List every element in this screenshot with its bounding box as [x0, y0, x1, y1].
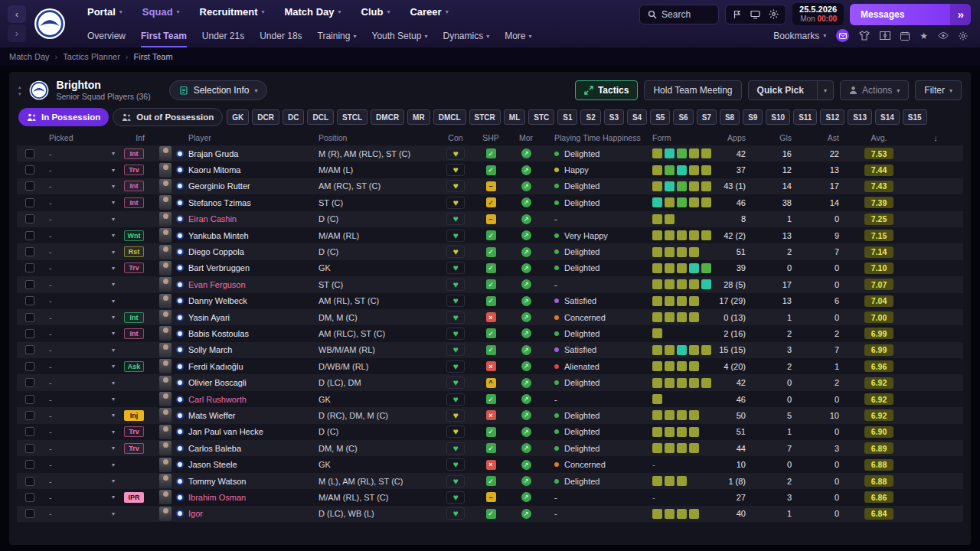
- player-name[interactable]: Stefanos Tzimas: [188, 198, 251, 207]
- player-name[interactable]: Tommy Watson: [188, 477, 246, 486]
- back-button[interactable]: ‹: [8, 5, 26, 23]
- condition-cell[interactable]: ♥: [446, 295, 465, 307]
- player-name[interactable]: Mats Wieffer: [188, 411, 236, 420]
- collapse-toggle[interactable]: ▴▾: [18, 84, 21, 96]
- condition-cell[interactable]: ♥: [446, 360, 465, 373]
- row-checkbox[interactable]: [25, 149, 34, 158]
- player-name[interactable]: Yankuba Minteh: [188, 231, 249, 240]
- picked-dropdown[interactable]: -▾: [43, 181, 122, 191]
- player-name[interactable]: Olivier Boscagli: [188, 378, 247, 387]
- table-row[interactable]: -▾ Wnt Yankuba Minteh M/AM (RL) ♥ ✓ ↗ Ve…: [17, 227, 963, 243]
- picked-dropdown[interactable]: -▾: [43, 149, 122, 158]
- devices-icon[interactable]: [750, 10, 760, 19]
- column-player[interactable]: Player: [158, 133, 318, 142]
- condition-cell[interactable]: ♥: [446, 246, 465, 258]
- picked-dropdown[interactable]: -▾: [43, 313, 122, 322]
- picked-dropdown[interactable]: -▾: [43, 477, 122, 486]
- forward-button[interactable]: ›: [8, 24, 26, 42]
- picked-dropdown[interactable]: -▾: [43, 345, 122, 354]
- player-name[interactable]: Carl Rushworth: [188, 395, 247, 404]
- table-row[interactable]: -▾ Igor D (LC), WB (L) ♥ ✓ ↗ - 40 1 0 6.…: [17, 506, 963, 522]
- condition-cell[interactable]: ♥: [446, 213, 465, 225]
- condition-cell[interactable]: ♥: [446, 475, 465, 487]
- row-checkbox[interactable]: [25, 444, 34, 453]
- row-checkbox[interactable]: [25, 411, 34, 420]
- condition-cell[interactable]: ♥: [446, 458, 465, 471]
- condition-cell[interactable]: ♥: [446, 507, 465, 520]
- column-mor[interactable]: Mor: [508, 133, 544, 142]
- position-chip-stcr[interactable]: STCR: [469, 109, 501, 125]
- breadcrumb-first-team[interactable]: First Team: [134, 52, 173, 61]
- column-form[interactable]: Form: [642, 133, 712, 142]
- condition-cell[interactable]: ♥: [446, 262, 465, 274]
- condition-cell[interactable]: ♥: [446, 328, 465, 340]
- player-name[interactable]: Evan Ferguson: [188, 280, 246, 289]
- row-checkbox[interactable]: [25, 198, 34, 207]
- tactics-button[interactable]: Tactics: [575, 80, 638, 100]
- condition-cell[interactable]: ♥: [446, 491, 465, 504]
- picked-dropdown[interactable]: -▾: [43, 444, 122, 453]
- position-chip-s7[interactable]: S7: [697, 109, 717, 125]
- column-inf[interactable]: Inf: [122, 133, 158, 142]
- menu-match-day[interactable]: Match Day▾: [284, 6, 341, 18]
- row-checkbox[interactable]: [25, 493, 34, 502]
- kit-icon[interactable]: [859, 31, 870, 41]
- position-chip-s4[interactable]: S4: [627, 109, 647, 125]
- calendar-icon[interactable]: [900, 31, 910, 41]
- picked-dropdown[interactable]: -▾: [43, 427, 122, 436]
- picked-dropdown[interactable]: -▾: [43, 296, 122, 305]
- search-input[interactable]: Search: [639, 5, 719, 24]
- menu-club[interactable]: Club▾: [361, 6, 390, 18]
- condition-cell[interactable]: ♥: [446, 311, 465, 324]
- subnav-under-21s[interactable]: Under 21s: [202, 31, 244, 47]
- row-checkbox[interactable]: [25, 214, 34, 223]
- picked-dropdown[interactable]: -▾: [43, 395, 122, 404]
- player-name[interactable]: Ibrahim Osman: [188, 493, 246, 502]
- out-of-possession-tab[interactable]: Out of Possession: [113, 108, 223, 126]
- player-name[interactable]: Igor: [188, 509, 203, 518]
- subnav-training[interactable]: Training▾: [318, 31, 357, 47]
- table-row[interactable]: -▾ Jason Steele GK ♥ × ↗ Concerned - 10 …: [17, 456, 963, 472]
- row-checkbox[interactable]: [25, 296, 34, 305]
- row-checkbox[interactable]: [25, 378, 34, 387]
- table-row[interactable]: -▾ Solly March WB/M/AM (RL) ♥ ✓ ↗ Satisf…: [17, 342, 963, 358]
- subnav-more[interactable]: More▾: [505, 31, 531, 47]
- condition-cell[interactable]: ♥: [446, 197, 465, 209]
- player-name[interactable]: Yasin Ayari: [188, 313, 230, 322]
- picked-dropdown[interactable]: -▾: [43, 198, 122, 207]
- row-checkbox[interactable]: [25, 181, 34, 191]
- player-name[interactable]: Danny Welbeck: [188, 296, 247, 305]
- position-chip-dc[interactable]: DC: [283, 109, 304, 125]
- bookmarks-dropdown[interactable]: Bookmarks▾: [773, 31, 826, 41]
- column-shp[interactable]: SHP: [473, 133, 508, 142]
- position-chip-s3[interactable]: S3: [604, 109, 624, 125]
- player-name[interactable]: Bart Verbruggen: [188, 263, 250, 272]
- menu-career[interactable]: Career▾: [410, 6, 448, 18]
- table-row[interactable]: -▾ Tommy Watson M (L), AM (RL), ST (C) ♥…: [17, 473, 963, 489]
- condition-cell[interactable]: ♥: [446, 148, 465, 160]
- player-name[interactable]: Brajan Gruda: [188, 149, 238, 158]
- flag-icon[interactable]: [733, 10, 742, 19]
- table-row[interactable]: -▾ Int Stefanos Tzimas ST (C) ♥ ✓ ↗ Deli…: [17, 194, 963, 210]
- position-chip-dcl[interactable]: DCL: [307, 109, 334, 125]
- menu-squad[interactable]: Squad▾: [142, 6, 180, 18]
- table-row[interactable]: -▾ Trv Kaoru Mitoma M/AM (L) ♥ ✓ ↗ Happy…: [17, 161, 963, 178]
- position-chip-dmcr[interactable]: DMCR: [371, 109, 404, 125]
- row-checkbox[interactable]: [25, 280, 34, 289]
- condition-cell[interactable]: ♥: [446, 442, 465, 455]
- position-chip-s12[interactable]: S12: [820, 109, 844, 125]
- pitch-icon[interactable]: [880, 31, 890, 40]
- condition-cell[interactable]: ♥: [446, 279, 465, 291]
- star-icon[interactable]: ★: [920, 31, 928, 41]
- breadcrumb-match-day[interactable]: Match Day: [9, 52, 50, 61]
- picked-dropdown[interactable]: -▾: [43, 263, 122, 272]
- column-picked[interactable]: Picked: [43, 133, 122, 142]
- player-name[interactable]: Georginio Rutter: [188, 181, 250, 191]
- position-chip-s2[interactable]: S2: [580, 109, 600, 125]
- position-chip-gk[interactable]: GK: [227, 109, 249, 125]
- row-checkbox[interactable]: [25, 427, 34, 436]
- position-chip-ml[interactable]: ML: [504, 109, 525, 125]
- table-row[interactable]: -▾ Carl Rushworth GK ♥ ✓ ↗ - 46 0 0 6.92: [17, 391, 963, 407]
- row-checkbox[interactable]: [25, 263, 34, 272]
- condition-cell[interactable]: ♥: [446, 230, 465, 242]
